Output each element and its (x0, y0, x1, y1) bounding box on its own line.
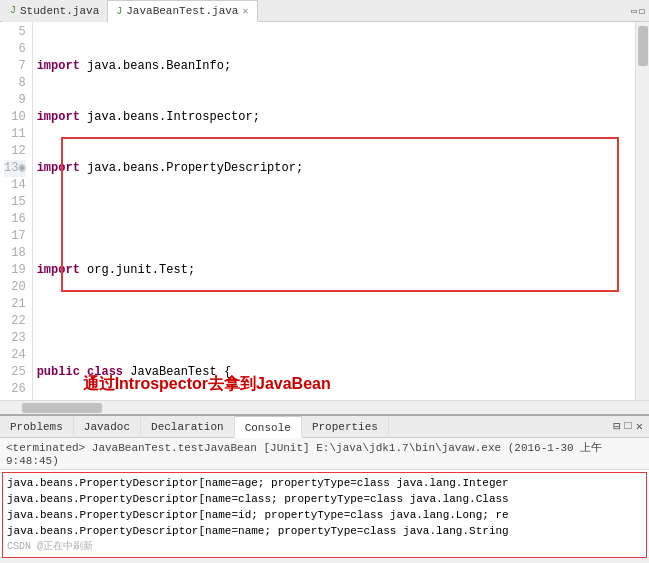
chinese-annotation: 通过Introspector去拿到JavaBean (83, 375, 331, 392)
student-file-icon: J (10, 5, 16, 16)
scrollbar-thumb[interactable] (638, 26, 648, 66)
maximize-icon[interactable]: ◻ (639, 5, 645, 17)
line-num-17: 17 (4, 228, 26, 245)
tab-declaration-label: Declaration (151, 421, 224, 433)
horizontal-scrollbar[interactable] (0, 400, 649, 414)
tab-javabean[interactable]: J JavaBeanTest.java ✕ (108, 0, 257, 22)
code-line-7: import java.beans.PropertyDescriptor; (37, 160, 631, 177)
line-num-13: 13◉ (4, 160, 26, 177)
console-header-text: <terminated> JavaBeanTest.testJavaBean [… (6, 442, 602, 467)
code-line-10 (37, 313, 631, 330)
line-num-18: 18 (4, 245, 26, 262)
line-num-6: 6 (4, 41, 26, 58)
console-output: java.beans.PropertyDescriptor[name=age; … (2, 472, 647, 558)
tab-javabean-label: JavaBeanTest.java (126, 5, 238, 17)
console-line-3: java.beans.PropertyDescriptor[name=id; p… (7, 507, 642, 523)
tab-properties-label: Properties (312, 421, 378, 433)
window-controls: ▭ ◻ (631, 5, 649, 17)
tab-javadoc-label: Javadoc (84, 421, 130, 433)
line-num-5: 5 (4, 24, 26, 41)
line-num-9: 9 (4, 92, 26, 109)
tab-console[interactable]: Console (235, 416, 302, 438)
tab-problems-label: Problems (10, 421, 63, 433)
line-num-21: 21 (4, 296, 26, 313)
tab-student[interactable]: J Student.java (2, 0, 108, 22)
code-line-6: import java.beans.Introspector; (37, 109, 631, 126)
bottom-panel: Problems Javadoc Declaration Console Pro… (0, 414, 649, 558)
line-num-26: 26 (4, 381, 26, 398)
console-header: <terminated> JavaBeanTest.testJavaBean [… (0, 438, 649, 470)
tab-bar: J Student.java J JavaBeanTest.java ✕ ▭ ◻ (0, 0, 649, 22)
code-line-9: import org.junit.Test; (37, 262, 631, 279)
tab-student-label: Student.java (20, 5, 99, 17)
line-num-16: 16 (4, 211, 26, 228)
line-num-15: 15 (4, 194, 26, 211)
tab-close-icon[interactable]: ✕ (242, 5, 248, 17)
panel-close-icon[interactable]: ✕ (636, 419, 643, 434)
line-numbers: 5 6 7 8 9 10 11 12 13◉ 14 15 16 17 18 19… (0, 22, 33, 400)
tab-declaration[interactable]: Declaration (141, 416, 235, 438)
console-line-4: java.beans.PropertyDescriptor[name=name;… (7, 523, 642, 539)
console-line-2: java.beans.PropertyDescriptor[name=class… (7, 491, 642, 507)
minimize-icon[interactable]: ▭ (631, 5, 637, 17)
line-num-7: 7 (4, 58, 26, 75)
code-line-5: import java.beans.BeanInfo; (37, 58, 631, 75)
line-num-12: 12 (4, 143, 26, 160)
line-num-24: 24 (4, 347, 26, 364)
tab-problems[interactable]: Problems (0, 416, 74, 438)
code-editor[interactable]: import java.beans.BeanInfo; import java.… (33, 22, 635, 400)
line-num-11: 11 (4, 126, 26, 143)
line-num-25: 25 (4, 364, 26, 381)
line-num-14: 14 (4, 177, 26, 194)
line-num-20: 20 (4, 279, 26, 296)
javabean-file-icon: J (116, 6, 122, 17)
bottom-panel-controls: ⊟ □ ✕ (613, 419, 649, 434)
tab-console-label: Console (245, 422, 291, 434)
tab-javadoc[interactable]: Javadoc (74, 416, 141, 438)
panel-minimize-icon[interactable]: ⊟ (613, 419, 620, 434)
panel-maximize-icon[interactable]: □ (625, 419, 632, 434)
editor-area: 5 6 7 8 9 10 11 12 13◉ 14 15 16 17 18 19… (0, 22, 649, 400)
line-num-19: 19 (4, 262, 26, 279)
vertical-scrollbar[interactable] (635, 22, 649, 400)
h-scrollbar-thumb[interactable] (22, 403, 102, 413)
line-num-8: 8 (4, 75, 26, 92)
line-num-22: 22 (4, 313, 26, 330)
bottom-tab-bar: Problems Javadoc Declaration Console Pro… (0, 416, 649, 438)
code-line-8 (37, 211, 631, 228)
line-num-10: 10 (4, 109, 26, 126)
console-line-1: java.beans.PropertyDescriptor[name=age; … (7, 475, 642, 491)
line-num-23: 23 (4, 330, 26, 347)
tab-properties[interactable]: Properties (302, 416, 389, 438)
watermark-line: CSDN @正在中刷新 (7, 539, 642, 555)
